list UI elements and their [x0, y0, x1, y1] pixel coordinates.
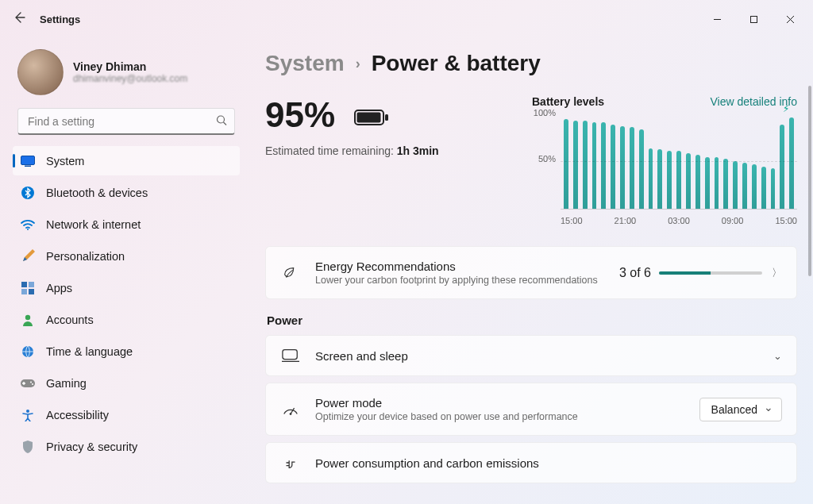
breadcrumb-root[interactable]: System: [265, 51, 345, 76]
svg-rect-7: [29, 282, 34, 287]
chart-bar: [583, 121, 588, 209]
sidebar-item-label: Gaming: [46, 377, 87, 390]
sidebar-item-system[interactable]: System: [13, 146, 240, 175]
svg-rect-8: [21, 289, 27, 294]
gauge-icon: [280, 402, 301, 417]
screen-sleep-title: Screen and sleep: [315, 349, 759, 363]
svg-rect-2: [21, 156, 35, 164]
breadcrumb-current: Power & battery: [372, 51, 541, 76]
minimize-icon: [713, 15, 722, 24]
y-tick-50: 50%: [538, 154, 556, 164]
battery-icon: [354, 95, 389, 135]
chart-bar: [573, 121, 578, 209]
sidebar-item-apps[interactable]: Apps: [13, 273, 240, 302]
search-input[interactable]: [17, 108, 235, 135]
search-icon: [216, 115, 227, 129]
chart-bar: [620, 126, 625, 209]
chart-bar: [611, 125, 615, 209]
minimize-button[interactable]: [699, 6, 735, 32]
bluetooth-icon: [21, 186, 35, 200]
sidebar-item-label: Accounts: [46, 314, 94, 326]
battery-chart-block: Battery levels View detailed info 100% 5…: [532, 95, 797, 225]
sidebar-item-bluetooth[interactable]: Bluetooth & devices: [13, 178, 240, 207]
svg-point-5: [27, 229, 29, 230]
sidebar-item-accessibility[interactable]: Accessibility: [13, 400, 240, 429]
avatar: [17, 49, 64, 95]
chart-bar: [676, 151, 681, 209]
chart-title: Battery levels: [532, 95, 604, 108]
profile-name: Viney Dhiman: [73, 60, 187, 73]
energy-count: 3 of 6: [619, 266, 651, 280]
x-tick: 09:00: [722, 216, 744, 225]
sidebar-item-globe[interactable]: Time & language: [13, 337, 240, 366]
chevron-right-icon: 〉: [772, 266, 782, 280]
sidebar-item-gamepad[interactable]: Gaming: [13, 368, 240, 398]
sidebar-item-label: Network & internet: [46, 218, 141, 231]
sidebar-item-label: Apps: [46, 282, 72, 294]
titlebar: Settings: [0, 0, 813, 38]
power-mode-desc: Optimize your device based on power use …: [315, 411, 685, 422]
sidebar-item-shield[interactable]: Privacy & security: [13, 432, 240, 461]
screen-icon: [280, 348, 301, 363]
svg-rect-6: [21, 282, 27, 287]
chart-bar: [771, 168, 776, 209]
carbon-card[interactable]: Power consumption and carbon emissions: [265, 442, 797, 483]
screen-and-sleep-card[interactable]: Screen and sleep ⌄: [265, 335, 797, 376]
globe-icon: [21, 344, 35, 359]
chart-bar: [705, 157, 710, 209]
main-content: System › Power & battery 95% Estimated t…: [248, 38, 813, 504]
battery-summary: 95% Estimated time remaining: 1h 3min: [265, 95, 503, 225]
svg-point-1: [218, 116, 225, 123]
section-power-header: Power: [267, 314, 797, 327]
battery-chart[interactable]: 100% 50% ⚡︎: [561, 113, 797, 210]
sidebar-item-account[interactable]: Accounts: [13, 305, 240, 334]
sidebar-item-wifi[interactable]: Network & internet: [13, 210, 240, 239]
profile-block[interactable]: Viney Dhiman dhimanviney@outlook.com: [17, 49, 235, 95]
chart-bar: [715, 157, 719, 209]
leaf-icon: [280, 264, 301, 282]
plug-icon: [280, 456, 301, 470]
energy-recommendations-card[interactable]: Energy Recommendations Lower your carbon…: [265, 246, 797, 299]
charge-bolt-icon: ⚡︎: [783, 103, 789, 114]
window-title: Settings: [40, 13, 80, 25]
power-mode-card[interactable]: Power mode Optimize your device based on…: [265, 383, 797, 436]
close-button[interactable]: [772, 6, 808, 32]
est-label: Estimated time remaining:: [265, 144, 397, 157]
chart-bar: [630, 127, 634, 209]
chart-bar: [695, 155, 700, 209]
system-icon: [21, 154, 35, 168]
chart-bar: [657, 149, 662, 209]
chart-bar: [780, 125, 784, 209]
wifi-icon: [21, 217, 35, 232]
svg-point-15: [26, 410, 29, 413]
est-value: 1h 3min: [397, 144, 439, 157]
back-button[interactable]: [5, 11, 33, 27]
scrollbar[interactable]: [808, 86, 811, 276]
sidebar-item-label: Accessibility: [46, 409, 109, 421]
sidebar: Viney Dhiman dhimanviney@outlook.com Sys…: [0, 38, 248, 504]
svg-rect-0: [750, 16, 757, 22]
arrow-left-icon: [13, 11, 25, 24]
account-icon: [21, 313, 35, 327]
svg-rect-19: [283, 350, 297, 360]
chart-bar: [789, 117, 794, 209]
carbon-title: Power consumption and carbon emissions: [315, 456, 782, 470]
svg-rect-9: [29, 289, 34, 294]
sidebar-item-brush[interactable]: Personalization: [13, 241, 240, 271]
chart-bar: [649, 148, 653, 209]
chart-bar: [592, 122, 597, 209]
power-mode-title: Power mode: [315, 396, 685, 410]
svg-point-13: [30, 381, 32, 383]
maximize-button[interactable]: [735, 6, 772, 32]
sidebar-item-label: Time & language: [46, 345, 133, 358]
svg-point-14: [32, 383, 33, 385]
x-tick: 03:00: [668, 216, 690, 225]
chevron-down-icon: ⌄: [773, 350, 782, 362]
chart-bar: [564, 119, 568, 209]
power-mode-select[interactable]: Balanced: [699, 398, 782, 421]
x-tick: 15:00: [775, 216, 797, 225]
energy-progress: [659, 271, 762, 275]
chart-xaxis: 15:0021:0003:0009:0015:00: [561, 213, 797, 225]
close-icon: [786, 15, 795, 24]
battery-percent: 95%: [265, 95, 335, 135]
